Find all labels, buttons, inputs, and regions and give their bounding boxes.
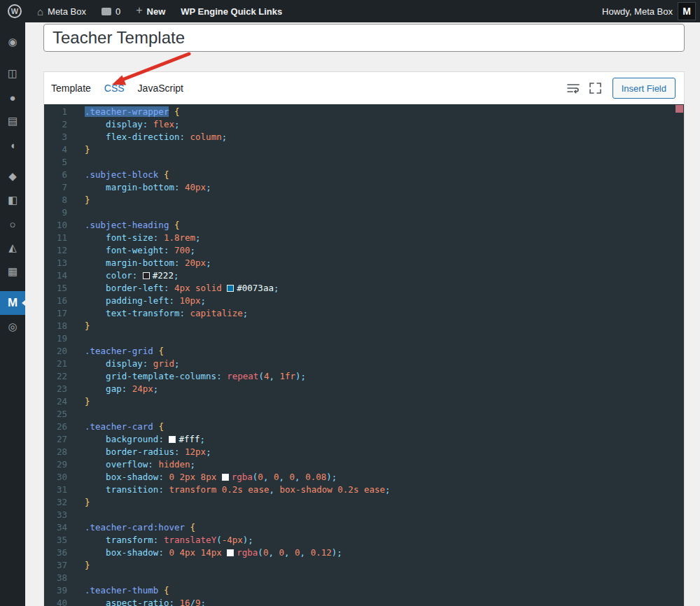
code-line[interactable]: 32} xyxy=(44,496,684,509)
line-number: 25 xyxy=(44,408,67,421)
comments-icon: ◖ xyxy=(9,139,15,151)
code-line[interactable]: 34.teacher-card:hover { xyxy=(44,521,684,534)
code-line[interactable]: 27 background: #fff; xyxy=(44,433,684,446)
code-line[interactable]: 22 grid-template-columns: repeat(4, 1fr)… xyxy=(44,370,684,383)
code-line[interactable]: 8} xyxy=(44,194,684,206)
wordpress-logo-menu[interactable]: W xyxy=(0,0,29,22)
line-number: 12 xyxy=(44,244,67,257)
code-line[interactable]: 31 transition: transform 0.2s ease, box-… xyxy=(44,484,684,496)
code-line[interactable]: 37} xyxy=(44,559,684,572)
code-line[interactable]: 20.teacher-grid { xyxy=(44,345,684,358)
code-line[interactable]: 1.teacher-wrapper { xyxy=(44,106,684,118)
code-line[interactable]: 39.teacher-thumb { xyxy=(44,584,684,597)
line-number: 40 xyxy=(44,597,67,606)
code-line[interactable]: 35 transform: translateY(-4px); xyxy=(44,534,684,547)
line-number: 39 xyxy=(44,584,67,597)
code-line[interactable]: 33 xyxy=(44,509,684,521)
line-number: 36 xyxy=(44,547,67,559)
code-line[interactable]: 23 gap: 24px; xyxy=(44,383,684,395)
code-line[interactable]: 40 aspect-ratio: 16/9; xyxy=(44,597,684,606)
code-line[interactable]: 4} xyxy=(44,143,684,156)
howdy-account-link[interactable]: Howdy, Meta Box xyxy=(602,6,673,17)
sidebar-item-meta-box[interactable]: M xyxy=(0,291,25,315)
code-line[interactable]: 17 text-transform: capitalize; xyxy=(44,307,684,320)
code-line[interactable]: 3 flex-direction: column; xyxy=(44,131,684,143)
line-number: 33 xyxy=(44,509,67,521)
user-avatar[interactable]: M xyxy=(678,2,696,20)
code-line[interactable]: 38 xyxy=(44,572,684,584)
code-line[interactable]: 36 box-shadow: 0 4px 14px rgba(0, 0, 0, … xyxy=(44,547,684,559)
sidebar-item-tools[interactable]: ◭ xyxy=(0,236,25,260)
code-lines: 1.teacher-wrapper {2 display: flex;3 fle… xyxy=(44,106,684,606)
code-line[interactable]: 28 border-radius: 12px; xyxy=(44,446,684,458)
code-line[interactable]: 11 font-size: 1.8rem; xyxy=(44,232,684,244)
code-line[interactable]: 21 display: grid; xyxy=(44,358,684,370)
scrollbar-selection-mark xyxy=(676,105,683,113)
line-number: 28 xyxy=(44,446,67,458)
code-line[interactable]: 2 display: flex; xyxy=(44,118,684,131)
wordpress-logo-icon: W xyxy=(8,4,22,18)
code-line[interactable]: 15 border-left: 4px solid #0073aa; xyxy=(44,282,684,295)
comments-link[interactable]: 0 xyxy=(94,0,128,22)
code-line[interactable]: 25 xyxy=(44,408,684,421)
code-line[interactable]: 18} xyxy=(44,320,684,332)
code-line[interactable]: 16 padding-left: 10px; xyxy=(44,295,684,307)
wpe-label: WP Engine Quick Links xyxy=(181,6,282,17)
post-title-input[interactable] xyxy=(43,24,685,52)
code-line[interactable]: 19 xyxy=(44,332,684,345)
code-line[interactable]: 7 margin-bottom: 40px; xyxy=(44,181,684,194)
code-line[interactable]: 30 box-shadow: 0 2px 8px rgba(0, 0, 0, 0… xyxy=(44,471,684,484)
new-label: New xyxy=(147,6,166,17)
tab-template[interactable]: Template xyxy=(51,83,91,94)
tab-css[interactable]: CSS xyxy=(104,83,125,94)
word-wrap-icon[interactable] xyxy=(567,83,580,94)
line-number: 30 xyxy=(44,471,67,484)
sidebar-item-plugins[interactable]: ◆ xyxy=(0,164,25,188)
line-number: 9 xyxy=(44,206,67,219)
site-name-link[interactable]: ⌂ Meta Box xyxy=(29,0,94,22)
editor-tabs-bar: Template CSS JavaScript xyxy=(44,72,684,104)
users-icon: ● xyxy=(9,92,15,104)
code-line[interactable]: 12 font-weight: 700; xyxy=(44,244,684,257)
css-code-editor[interactable]: 1.teacher-wrapper {2 display: flex;3 fle… xyxy=(44,104,684,606)
code-line[interactable]: 9 xyxy=(44,206,684,219)
color-swatch xyxy=(169,436,176,443)
line-number: 11 xyxy=(44,232,67,244)
sidebar-item-appearance[interactable]: ◧ xyxy=(0,188,25,212)
insert-field-button[interactable]: Insert Field xyxy=(612,78,676,99)
sidebar-item-comments[interactable]: ◖ xyxy=(0,133,25,157)
sidebar-item-settings[interactable]: ▦ xyxy=(0,260,25,283)
comments-count: 0 xyxy=(115,6,120,17)
line-number: 21 xyxy=(44,358,67,370)
color-swatch xyxy=(222,474,229,481)
editor-scrollbar[interactable] xyxy=(675,104,684,606)
new-content-menu[interactable]: + New xyxy=(128,0,173,22)
current-item-arrow-icon xyxy=(22,300,25,306)
sidebar-item-media[interactable]: ◫ xyxy=(0,62,25,85)
code-line[interactable]: 29 overflow: hidden; xyxy=(44,458,684,471)
main-content: Template CSS JavaScript xyxy=(25,22,700,606)
tab-javascript[interactable]: JavaScript xyxy=(138,83,183,94)
code-line[interactable]: 13 margin-bottom: 20px; xyxy=(44,257,684,269)
sidebar-item-wp-engine[interactable]: ◎ xyxy=(0,315,25,339)
code-line[interactable]: 14 color: #222; xyxy=(44,269,684,282)
site-name-label: Meta Box xyxy=(48,6,86,17)
code-line[interactable]: 24} xyxy=(44,395,684,408)
template-editor-panel: Template CSS JavaScript xyxy=(43,71,685,606)
code-line[interactable]: 10.subject-heading { xyxy=(44,219,684,232)
fullscreen-icon[interactable] xyxy=(589,83,601,94)
plus-icon: + xyxy=(136,5,142,16)
line-number: 26 xyxy=(44,421,67,433)
code-line[interactable]: 5 xyxy=(44,156,684,169)
dashboard-icon: ◉ xyxy=(8,36,17,48)
code-line[interactable]: 6.subject-block { xyxy=(44,169,684,181)
sidebar-item-users[interactable]: ● xyxy=(0,85,25,109)
line-number: 34 xyxy=(44,521,67,534)
wp-engine-quick-links[interactable]: WP Engine Quick Links xyxy=(173,0,290,22)
tools-icon: ◭ xyxy=(8,241,17,254)
sidebar-item-profile[interactable]: ○ xyxy=(0,212,25,236)
sidebar-item-dashboard[interactable]: ◉ xyxy=(0,30,25,54)
sidebar-item-pages[interactable]: ▤ xyxy=(0,109,25,133)
code-line[interactable]: 26.teacher-card { xyxy=(44,421,684,433)
plugins-icon: ◆ xyxy=(8,170,17,183)
